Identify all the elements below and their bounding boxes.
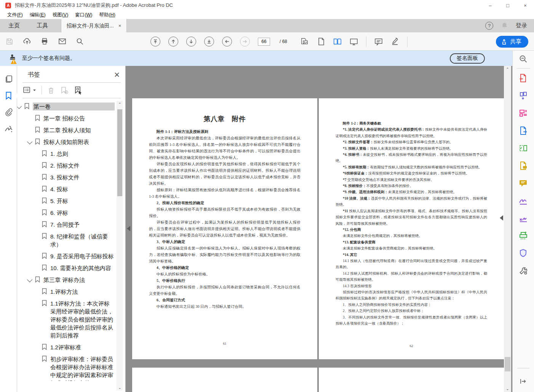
bookmark-item[interactable]: 第二章 投标人须知 [17,124,115,136]
two-page-view-icon[interactable] [333,37,342,46]
bookmark-item[interactable]: 6. 评标 [17,207,115,219]
bookmark-item[interactable]: 第一章 招标公告 [17,112,115,124]
bookmark-label[interactable]: 1. 总则 [50,150,68,158]
tab-home[interactable]: 主页 [0,19,28,32]
maximize-button[interactable]: □ [499,0,516,11]
document-scroll-thumb[interactable] [505,357,510,371]
previous-view-icon[interactable] [222,37,232,46]
minimize-button[interactable]: – [481,0,499,11]
bookmark-label[interactable]: 第一章 招标公告 [43,114,85,122]
bookmark-item[interactable]: 1.1评标方法：本次评标采用经评审的最低价法，评标委员会根据经评审的最低价法评价… [17,298,115,341]
search-tools-icon[interactable] [513,51,534,67]
more-tools-icon[interactable] [513,262,534,280]
highlighter-icon[interactable] [391,37,399,46]
doc-scroll-up-icon[interactable]: ⌃ [504,66,511,72]
bookmark-label[interactable]: 2. 招标文件 [50,162,80,170]
tab-document[interactable]: 招标文件-月东油田... × [61,19,127,32]
bookmark-label[interactable]: 3. 投标文件 [50,173,80,181]
bell-icon[interactable] [501,22,508,29]
bookmark-item[interactable]: 初步评审标准：评标委员会根据评标办法评标标准中规定的评审因素和评审标准对投标文件 [17,353,115,381]
document-scrollbar[interactable]: ⌃ ⌄ [504,66,511,392]
expand-right-panel-icon[interactable] [500,215,503,221]
bookmark-label[interactable]: 5. 开标 [50,197,68,205]
organize-pages-icon[interactable] [513,139,534,157]
bookmark-options-icon[interactable] [23,86,36,94]
bookmark-label[interactable]: 4. 投标 [50,185,68,193]
bookmark-label[interactable]: 9. 是否采用电子招标投标 [50,252,114,260]
bookmark-label[interactable]: 8. 纪律和监督（诚信要求） [50,232,115,248]
bookmark-item[interactable]: 2. 招标文件 [17,160,115,171]
last-page-icon[interactable] [204,37,214,46]
first-page-icon[interactable] [150,37,160,46]
doc-scroll-down-icon[interactable]: ⌄ [504,386,511,392]
edit-pdf-icon[interactable] [513,104,534,122]
fill-sign-icon[interactable] [513,192,534,210]
collapse-tools-panel-icon[interactable] [513,374,534,389]
chevron-down-icon[interactable] [27,277,32,282]
page-thumbnails-panel-icon[interactable] [0,70,17,87]
bookmark-label[interactable]: 1.2评审标准 [50,343,81,351]
signatures-panel-icon[interactable] [0,121,17,138]
bookmark-label[interactable]: 7. 合同授予 [50,221,80,229]
menu-E[interactable]: 编辑(E) [26,11,49,19]
bookmark-item[interactable]: 1.评标方法 [17,286,115,298]
tab-close-icon[interactable]: × [118,23,122,29]
create-pdf-icon[interactable] [513,69,534,87]
sign-in-link[interactable]: 登录 [516,22,527,29]
previous-page-icon[interactable] [168,37,178,46]
email-icon[interactable] [58,37,66,46]
share-button[interactable]: 共享 [496,36,528,48]
help-icon[interactable]: ? [485,22,493,30]
scroll-up-icon[interactable]: ⌃ [117,101,123,107]
comment-file-icon[interactable] [513,157,534,174]
bookmark-label[interactable]: 10. 需要补充的其他内容 [50,264,111,272]
menu-V[interactable]: 视图(V) [49,11,72,19]
bookmark-item[interactable]: 10. 需要补充的其他内容 [17,262,115,274]
single-page-view-icon[interactable] [317,37,325,46]
bookmark-item[interactable]: 3. 投标文件 [17,171,115,183]
comment-icon[interactable] [374,37,383,46]
export-pdf-icon[interactable] [513,122,534,139]
tab-tools[interactable]: 工具 [28,19,56,32]
bookmarks-panel-icon[interactable] [0,87,17,104]
bookmark-item[interactable]: 5. 开标 [17,195,115,207]
bookmark-item[interactable]: 第三章 评标办法 [17,274,115,286]
bookmark-item[interactable]: 4. 投标 [17,183,115,195]
bookmark-item[interactable]: 投标人须知前附表 [17,136,115,148]
print-icon[interactable] [40,37,49,46]
chevron-down-icon[interactable] [17,104,22,109]
attachments-panel-icon[interactable] [0,104,17,121]
save-icon[interactable] [5,37,14,46]
bookmark-label[interactable]: 初步评审标准：评标委员会根据评标办法评标标准中规定的评审因素和评审标准对投标文件 [50,355,115,381]
signature-panel-button[interactable]: 签名面板 [450,53,485,64]
cloud-upload-icon[interactable] [23,37,31,46]
protect-icon[interactable] [513,245,534,262]
reading-mode-icon[interactable] [350,37,358,46]
next-page-icon[interactable] [186,37,196,46]
close-button[interactable]: × [516,0,534,11]
bookmark-label[interactable]: 1.1评标方法：本次评标采用经评审的最低价法，评标委员会根据经评审的最低价法评价… [50,299,115,339]
collapse-left-panel-icon[interactable] [127,226,130,231]
bookmark-label[interactable]: 6. 评标 [50,209,68,217]
find-current-bookmark-icon[interactable] [74,86,83,94]
bookmark-item[interactable]: 第一卷 [17,101,115,112]
menu-W[interactable]: 窗口(W) [72,11,96,19]
comment-icon[interactable] [513,174,534,192]
bookmarks-scrollbar[interactable]: ⌃ ⌄ [117,101,123,390]
scroll-down-icon[interactable]: ⌄ [117,384,123,390]
bookmark-item[interactable]: 1. 总则 [17,148,115,160]
request-signatures-icon[interactable] [513,210,534,227]
bookmark-label[interactable]: 1.评标方法 [50,288,78,296]
bookmarks-close-icon[interactable]: ✕ [114,70,120,79]
bookmark-label[interactable]: 第三章 评标办法 [43,276,85,284]
page-number-input[interactable] [258,38,270,46]
bookmarks-scroll-thumb[interactable] [117,109,122,196]
chevron-down-icon[interactable] [27,139,32,144]
page-thumbnails-view-icon[interactable] [301,37,309,46]
search-icon[interactable] [75,37,84,46]
menu-H[interactable]: 帮助(H) [96,11,119,19]
bookmark-label[interactable]: 第二章 投标人须知 [43,126,91,134]
bookmark-item[interactable]: 8. 纪律和监督（诚信要求） [17,230,115,250]
bookmark-item[interactable]: 9. 是否采用电子招标投标 [17,250,115,262]
combine-files-icon[interactable] [513,87,534,104]
